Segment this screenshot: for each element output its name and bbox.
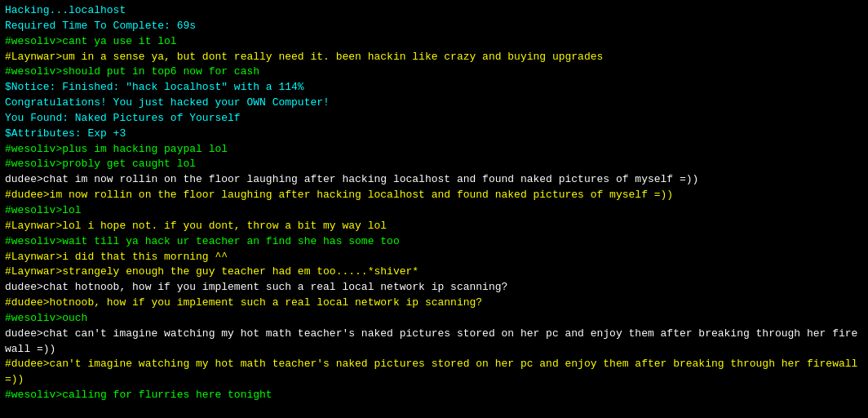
terminal-line: #wesoliv>wait till ya hack ur teacher an… — [5, 234, 863, 250]
terminal-line: Hacking...localhost — [5, 3, 863, 19]
terminal-line: dudee>chat hotnoob, how if you implement… — [5, 280, 863, 296]
terminal-line: $Attributes: Exp +3 — [5, 127, 863, 142]
terminal-line: #wesoliv>cant ya use it lol — [5, 34, 863, 50]
terminal-line: dudee>chat can't imagine watching my hot… — [5, 327, 863, 358]
terminal-line: Required Time To Complete: 69s — [5, 19, 863, 34]
terminal-line: #Laynwar>um in a sense ya, but dont real… — [5, 50, 863, 65]
terminal-line: #wesoliv>should put in top6 now for cash — [5, 64, 863, 80]
terminal-line: $Notice: Finished: "hack localhost" with… — [5, 80, 863, 96]
terminal-line: Congratulations! You just hacked your OW… — [5, 96, 863, 111]
terminal-line: #dudee>im now rollin on the floor laughi… — [5, 188, 863, 203]
terminal-line: #dudee>hotnoob, how if you implement suc… — [5, 296, 863, 311]
terminal-container: Hacking...localhostRequired Time To Comp… — [5, 3, 863, 403]
terminal-line: You Found: Naked Pictures of Yourself — [5, 111, 863, 127]
terminal-line: dudee>chat im now rollin on the floor la… — [5, 172, 863, 188]
terminal-line: #Laynwar>i did that this morning ^^ — [5, 250, 863, 265]
terminal-line: #dudee>can't imagine watching my hot mat… — [5, 357, 863, 388]
terminal-line: #wesoliv>plus im hacking paypal lol — [5, 142, 863, 158]
terminal-line: #Laynwar>strangely enough the guy teache… — [5, 265, 863, 280]
terminal-line: #wesoliv>ouch — [5, 311, 863, 327]
terminal-line: #wesoliv>lol — [5, 203, 863, 219]
terminal-line: #wesoliv>calling for flurries here tonig… — [5, 388, 863, 403]
terminal-line: #Laynwar>lol i hope not. if you dont, th… — [5, 219, 863, 234]
terminal-line: #wesoliv>probly get caught lol — [5, 157, 863, 172]
